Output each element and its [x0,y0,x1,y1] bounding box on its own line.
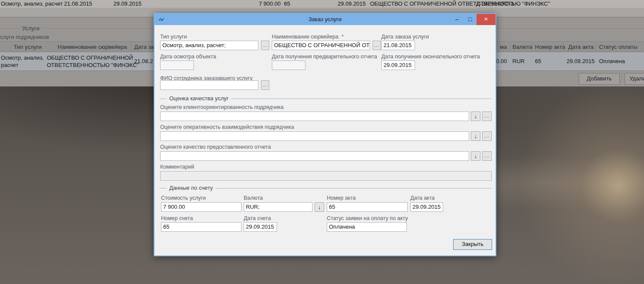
add-button[interactable]: Добавить [579,73,620,85]
column-header-act-number: Номер акта [535,44,565,50]
table-cell: Д-242910/F0-3 [476,0,514,7]
prelim-report-date-field[interactable] [272,61,306,70]
act-number-label: Номер акта [327,195,356,201]
currency-field[interactable]: RUR; [244,202,312,212]
payment-status-label: Статус заявки на оплату по акту [327,215,408,221]
employee-lookup-button[interactable]: ... [261,80,269,90]
table-cell: 65 [284,0,290,7]
final-report-date-label: Дата получения окончательного отчета [381,54,480,60]
report-quality-lookup-button[interactable]: ... [482,151,492,161]
cost-label: Стоимость услуги [161,195,206,201]
responsiveness-label: Оцените оперативность взаимодействия под… [160,124,294,130]
service-order-dialog: Заказ услуги – □ × Тип услуги Осмотр, ан… [154,13,496,256]
column-header-currency: Валюта [512,44,532,50]
required-asterisk: * [341,34,344,40]
close-dialog-button[interactable]: Закрыть [453,239,492,250]
client-orientation-dropdown-icon[interactable]: ↓ [471,112,480,121]
report-quality-dropdown-icon[interactable]: ↓ [471,151,480,161]
invoice-date-field[interactable]: 29.09.2015 [244,222,277,232]
column-header-amount: ма [500,44,507,50]
screen: { "colors": { "titlebar_blue": "#7cb2e8"… [0,0,644,284]
order-date-label: Дата заказа услуги [381,34,429,40]
delete-button[interactable]: Удали [625,73,644,85]
inspection-date-field[interactable] [160,61,194,70]
report-quality-label: Оцените качество предоставленного отчета [160,144,271,150]
comment-field[interactable] [160,171,492,181]
dialog-titlebar[interactable]: Заказ услуги – □ × [155,14,496,25]
act-date-field[interactable]: 29.09.2015 [410,202,443,212]
employee-name-field[interactable] [160,80,258,90]
cell-amount: 0.00 [496,58,507,64]
responsiveness-lookup-button[interactable]: ... [482,131,492,141]
contractor-services-label: слуги подрядчиков [0,34,49,40]
final-report-date-field[interactable]: 29.09.2015 [381,61,415,70]
surveyor-name-label: Наименование сюрвейера * [272,34,344,40]
act-date-label: Дата акта [410,195,435,201]
column-separator [596,43,596,51]
currency-label: Валюта [244,195,263,201]
close-window-button-icon[interactable]: × [477,14,496,25]
table-cell: 21.08.2015 [64,0,92,7]
service-type-field[interactable]: Осмотр, анализ, расчет; [160,41,258,50]
act-number-field[interactable]: 65 [327,202,408,212]
currency-dropdown-icon[interactable]: ↓ [315,202,324,212]
inspection-date-label: Дата осмотра объекта [160,54,216,60]
minimize-button-icon[interactable]: – [451,14,464,25]
cell-currency: RUR [512,58,525,64]
cell-service-type: Осмотр, анализ, расчет [1,54,44,69]
prelim-report-date-label: Дата получения предварительного отчета [272,54,377,60]
column-separator [532,43,532,51]
surveyor-name-field[interactable]: ОБЩЕСТВО С ОГРАНИЧЕННОЙ ОТВЕТС [272,41,370,50]
client-orientation-lookup-button[interactable]: ... [482,112,492,121]
window-controls: – □ × [451,14,496,25]
table-cell: Осмотр, анализ, расчет [1,0,63,7]
table-cell: ОБЩЕСТВО С ОГРАНИЧЕННОЙ ОТВЕТСТВЕННОСТЬЮ… [370,0,550,7]
groupbox-legend: Услуги [20,25,42,32]
column-separator [635,43,635,51]
table-cell: 29.09.2015 [113,0,142,7]
table-cell: 29.09.2015 [338,0,366,7]
quality-groupbox-legend: Оценка качества услуг [167,95,231,102]
column-header-service-type: Тип услуги [14,44,42,50]
column-separator [563,43,564,51]
surveyor-lookup-button[interactable]: ... [373,41,381,50]
cell-order-date: 21.08.2 [134,58,153,64]
column-header-act-date: Дата акта [568,44,594,50]
cost-field[interactable]: 7 900.00 [161,202,242,212]
background-grid-row-strip: Осмотр, анализ, расчет 21.08.2015 29.09.… [0,0,644,8]
table-cell: 7 900.00 [259,0,281,7]
dialog-title: Заказ услуги [155,14,496,25]
surveyor-name-label-text: Наименование сюрвейера [272,34,338,40]
service-type-lookup-button[interactable]: ... [261,41,269,50]
invoice-number-label: Номер счета [161,215,193,221]
column-separator [131,43,132,51]
report-quality-field[interactable] [160,151,469,161]
client-orientation-label: Оцените клиентоориентированность подрядч… [160,104,283,110]
cell-act-date: 29.09.2015 [567,58,595,64]
cell-surveyor: ОБЩЕСТВО С ОГРАНИЧЕННОЙ ОТВЕТСТВЕННОСТЬЮ… [47,54,139,69]
payment-status-field[interactable]: Оплачена [327,222,407,232]
cell-payment-status: Оплачена [599,58,625,64]
column-header-payment-status: Статус оплаты [599,44,638,50]
column-separator [510,43,511,51]
invoice-groupbox-legend: Данные по счету [167,185,216,191]
client-orientation-field[interactable] [160,112,469,121]
comment-label: Комментарий [160,164,194,170]
column-header-surveyor: Наименование сюрвейера [58,44,127,50]
cell-act-number: 65 [535,58,541,64]
responsiveness-dropdown-icon[interactable]: ↓ [471,131,480,141]
service-type-label: Тип услуги [160,34,187,40]
invoice-number-field[interactable]: 65 [161,222,242,232]
order-date-field[interactable]: 21.08.2015 [381,41,415,50]
responsiveness-field[interactable] [160,131,469,141]
invoice-date-label: Дата счета [244,215,271,221]
column-separator [62,43,62,51]
column-header-order-date: Дата за [134,44,154,50]
maximize-button-icon[interactable]: □ [464,14,477,25]
